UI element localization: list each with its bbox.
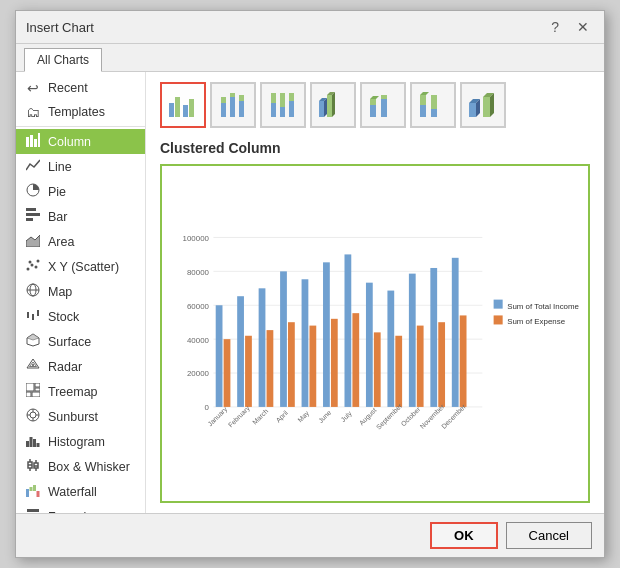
svg-point-12 (29, 261, 32, 264)
cancel-button[interactable]: Cancel (506, 522, 592, 549)
svg-point-9 (27, 268, 30, 271)
sidebar-item-sunburst[interactable]: Sunburst (16, 404, 145, 429)
svg-marker-82 (324, 98, 327, 117)
sidebar-item-pie[interactable]: Pie (16, 179, 145, 204)
chart-type-stacked-column[interactable] (210, 82, 256, 128)
svg-rect-44 (33, 439, 36, 447)
svg-rect-71 (230, 93, 235, 97)
svg-rect-66 (183, 105, 188, 117)
svg-rect-34 (26, 392, 31, 397)
svg-rect-80 (319, 101, 324, 117)
box-whisker-icon (24, 458, 42, 475)
svg-point-30 (32, 364, 34, 366)
tab-bar: All Charts (16, 44, 604, 72)
svg-text:80000: 80000 (187, 268, 210, 277)
svg-rect-77 (280, 93, 285, 107)
svg-rect-57 (37, 491, 40, 497)
svg-rect-92 (420, 95, 426, 105)
svg-text:Sum of Total Income: Sum of Total Income (507, 302, 579, 311)
svg-rect-0 (26, 137, 29, 147)
main-panel: Clustered Column 100000 80000 60000 4000… (146, 72, 604, 513)
svg-marker-101 (490, 93, 494, 117)
sidebar-item-map[interactable]: Map (16, 279, 145, 304)
help-button[interactable]: ? (546, 17, 564, 37)
sidebar-item-line[interactable]: Line (16, 154, 145, 179)
svg-rect-79 (289, 93, 294, 101)
svg-rect-43 (30, 437, 33, 447)
svg-rect-70 (230, 97, 235, 117)
svg-rect-31 (26, 383, 34, 391)
sidebar-item-waterfall[interactable]: Waterfall (16, 479, 145, 504)
svg-rect-131 (395, 336, 402, 407)
sidebar-item-column[interactable]: Column (16, 129, 145, 154)
map-icon (24, 283, 42, 300)
content-area: ↩ Recent 🗂 Templates Column Line (16, 72, 604, 513)
svg-marker-8 (26, 235, 40, 247)
svg-rect-72 (239, 101, 244, 117)
svg-rect-42 (26, 441, 29, 447)
chart-type-3d-clustered-column[interactable] (310, 82, 356, 128)
svg-text:April: April (274, 409, 290, 425)
svg-rect-123 (309, 326, 316, 407)
sidebar-item-funnel[interactable]: Funnel (16, 504, 145, 513)
svg-marker-88 (370, 96, 379, 99)
svg-rect-67 (189, 99, 194, 117)
chart-type-3d-column[interactable] (460, 82, 506, 128)
chart-preview-container: 100000 80000 60000 40000 20000 0 (162, 166, 588, 501)
svg-rect-6 (26, 213, 40, 216)
svg-rect-35 (32, 392, 40, 397)
svg-text:20000: 20000 (187, 369, 210, 378)
line-icon (24, 158, 42, 175)
close-button[interactable]: ✕ (572, 17, 594, 37)
svg-rect-115 (224, 339, 231, 407)
svg-rect-3 (38, 133, 40, 147)
svg-rect-64 (169, 103, 174, 117)
chart-type-3d-stacked-column[interactable] (360, 82, 406, 128)
chart-type-3d-100-stacked-column[interactable] (410, 82, 456, 128)
svg-point-36 (30, 412, 36, 418)
sidebar-item-box-whisker[interactable]: Box & Whisker (16, 454, 145, 479)
svg-rect-126 (344, 254, 351, 407)
svg-rect-125 (331, 319, 338, 407)
footer: OK Cancel (16, 513, 604, 557)
svg-rect-116 (237, 296, 244, 407)
svg-rect-87 (370, 99, 376, 105)
svg-rect-114 (216, 305, 223, 407)
chart-type-clustered-column[interactable] (160, 82, 206, 128)
svg-rect-127 (352, 313, 359, 407)
xy-scatter-icon (24, 258, 42, 275)
sidebar-item-recent[interactable]: ↩ Recent (16, 76, 145, 100)
svg-rect-150 (494, 300, 503, 309)
sidebar-item-histogram[interactable]: Histogram (16, 429, 145, 454)
sidebar-item-surface[interactable]: Surface (16, 329, 145, 354)
svg-rect-152 (494, 315, 503, 324)
selected-chart-name: Clustered Column (160, 140, 590, 156)
svg-rect-45 (37, 443, 40, 447)
svg-text:60000: 60000 (187, 302, 210, 311)
sidebar-item-treemap[interactable]: Treemap (16, 379, 145, 404)
sidebar-item-stock[interactable]: Stock (16, 304, 145, 329)
dialog-title: Insert Chart (26, 20, 94, 35)
sidebar-item-xy-scatter[interactable]: X Y (Scatter) (16, 254, 145, 279)
svg-rect-133 (417, 326, 424, 407)
svg-rect-75 (271, 93, 276, 103)
sidebar-item-radar[interactable]: Radar (16, 354, 145, 379)
svg-rect-83 (327, 95, 332, 117)
title-bar-buttons: ? ✕ (546, 17, 594, 37)
sidebar-item-area[interactable]: Area (16, 229, 145, 254)
sidebar-item-bar[interactable]: Bar (16, 204, 145, 229)
chart-type-100-stacked-column[interactable] (260, 82, 306, 128)
svg-rect-7 (26, 218, 33, 221)
sidebar-item-templates[interactable]: 🗂 Templates (16, 100, 145, 124)
tab-all-charts[interactable]: All Charts (24, 48, 102, 72)
svg-text:January: January (206, 405, 229, 428)
svg-rect-118 (259, 288, 266, 407)
column-icon (24, 133, 42, 150)
ok-button[interactable]: OK (430, 522, 498, 549)
svg-rect-54 (26, 489, 29, 497)
svg-rect-69 (221, 97, 226, 103)
svg-rect-1 (30, 135, 33, 147)
svg-rect-89 (381, 99, 387, 117)
chart-preview-svg: 100000 80000 60000 40000 20000 0 (166, 170, 584, 497)
svg-rect-99 (483, 97, 490, 117)
